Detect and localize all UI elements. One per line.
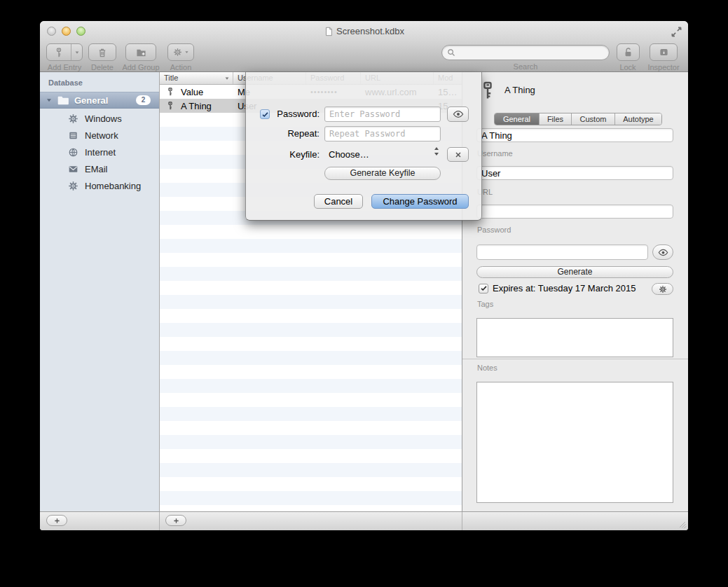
username-field[interactable]: [476, 166, 673, 180]
inspector-entry-title: A Thing: [504, 85, 535, 95]
password-field[interactable]: [476, 244, 648, 260]
add-entry-label: Add Entry: [44, 63, 85, 71]
tags-field[interactable]: [476, 318, 673, 357]
plus-icon: [172, 517, 180, 525]
sidebar-item-network[interactable]: Network: [40, 127, 159, 144]
fullscreen-icon[interactable]: [671, 26, 682, 38]
column-header-title[interactable]: Title: [160, 72, 233, 84]
title-bar[interactable]: Screenshot.kdbx: [40, 21, 688, 42]
sidebar-item-internet[interactable]: Internet: [40, 144, 159, 160]
keyfile-popup[interactable]: Choose…: [329, 149, 369, 160]
search-label: Search: [441, 62, 610, 71]
dialog-repeat-input[interactable]: [324, 126, 441, 141]
search-field[interactable]: [441, 45, 610, 60]
globe-icon: [68, 147, 78, 158]
sidebar-group-badge: 2: [136, 95, 151, 105]
inspector-button[interactable]: [650, 43, 678, 61]
server-icon: [68, 130, 78, 141]
username-label: Username: [477, 149, 513, 158]
folder-icon: [57, 94, 69, 106]
sidebar-item-email[interactable]: EMail: [40, 160, 159, 177]
sidebar-item-label: EMail: [85, 164, 108, 174]
app-window: Screenshot.kdbx Add Entry Delete Add Gro…: [40, 21, 688, 530]
gear-icon: [659, 285, 667, 294]
resize-grip-icon[interactable]: [678, 520, 687, 529]
sidebar-item-homebanking[interactable]: Homebanking: [40, 177, 159, 194]
lock-label: Lock: [614, 63, 641, 71]
check-icon: [480, 284, 488, 292]
add-entry-button[interactable]: [46, 43, 83, 61]
notes-field[interactable]: [476, 382, 673, 503]
delete-button[interactable]: [88, 43, 116, 61]
gear-icon: [68, 113, 78, 124]
toolbar-item-inspector: Inspector: [647, 43, 680, 71]
folder-plus-icon: [136, 47, 146, 57]
disclosure-triangle-icon[interactable]: [46, 97, 53, 104]
search-input[interactable]: [458, 48, 598, 57]
eye-icon: [658, 247, 668, 258]
toolbar-item-search: Search: [441, 43, 610, 71]
dialog-password-input[interactable]: [324, 106, 441, 122]
add-group-plus-button[interactable]: [46, 515, 67, 526]
generate-button[interactable]: Generate: [476, 266, 673, 278]
key-icon: [166, 102, 174, 110]
key-icon: [166, 88, 174, 96]
dialog-password-label: Password:: [249, 109, 320, 119]
reveal-password-button[interactable]: [652, 244, 673, 260]
key-icon: [54, 48, 64, 57]
tab-files[interactable]: Files: [540, 113, 572, 125]
divider: [159, 512, 160, 530]
tab-general[interactable]: General: [495, 113, 540, 125]
add-group-button[interactable]: [125, 43, 156, 61]
add-entry-plus-button[interactable]: [165, 515, 186, 526]
sidebar-item-windows[interactable]: Windows: [40, 110, 159, 127]
info-icon: [659, 47, 669, 57]
expires-checkbox[interactable]: [479, 284, 488, 294]
change-password-button[interactable]: Change Password: [371, 194, 469, 209]
sidebar-group-general[interactable]: General 2: [40, 92, 159, 109]
sidebar-item-label: Windows: [85, 113, 122, 124]
url-field[interactable]: [476, 205, 673, 219]
cancel-button[interactable]: Cancel: [314, 194, 363, 209]
tags-label: Tags: [477, 300, 493, 308]
sidebar-item-label: Network: [85, 130, 118, 141]
eye-icon: [453, 109, 464, 120]
x-icon: [454, 151, 462, 159]
envelope-icon: [68, 164, 78, 174]
action-button[interactable]: [167, 43, 194, 61]
sidebar: Database General 2 Windows Network In: [40, 72, 160, 511]
sort-indicator-icon: [224, 76, 230, 81]
sidebar-header: Database: [48, 78, 159, 87]
dialog-keyfile-label: Keyfile:: [249, 149, 320, 160]
delete-label: Delete: [86, 63, 118, 71]
toolbar-item-action: Action: [165, 43, 197, 71]
lock-open-icon: [623, 47, 633, 57]
stepper-arrows-icon[interactable]: [434, 146, 439, 157]
add-group-label: Add Group: [120, 63, 162, 71]
gear-icon: [68, 181, 78, 191]
search-icon: [447, 48, 455, 57]
expires-row: Expires at: Tuesday 17 March 2015: [479, 283, 636, 294]
title-field[interactable]: [476, 128, 673, 142]
notes-label: Notes: [477, 364, 497, 372]
document-icon: [324, 27, 334, 36]
lock-button[interactable]: [617, 43, 640, 61]
tab-autotype[interactable]: Autotype: [615, 113, 661, 125]
plus-icon: [53, 517, 61, 525]
generate-keyfile-button[interactable]: Generate Keyfile: [324, 167, 441, 180]
tab-custom[interactable]: Custom: [572, 113, 615, 125]
expires-label: Expires at: Tuesday 17 March 2015: [493, 283, 636, 294]
inspector-divider: [462, 359, 688, 359]
sidebar-group-label: General: [74, 95, 108, 106]
toolbar-item-lock: Lock: [614, 43, 641, 71]
inspector-tabs: General Files Custom Autotype: [494, 113, 662, 125]
password-label: Password: [477, 226, 511, 234]
toolbar-item-add-group: Add Group: [120, 43, 162, 71]
expires-options-button[interactable]: [652, 283, 673, 295]
dialog-reveal-password-button[interactable]: [447, 106, 469, 122]
chevron-down-icon: [184, 50, 189, 55]
window-title: Screenshot.kdbx: [40, 26, 688, 36]
clear-keyfile-button[interactable]: [447, 147, 469, 162]
dialog-repeat-label: Repeat:: [249, 128, 320, 139]
add-entry-dropdown[interactable]: [71, 44, 82, 60]
